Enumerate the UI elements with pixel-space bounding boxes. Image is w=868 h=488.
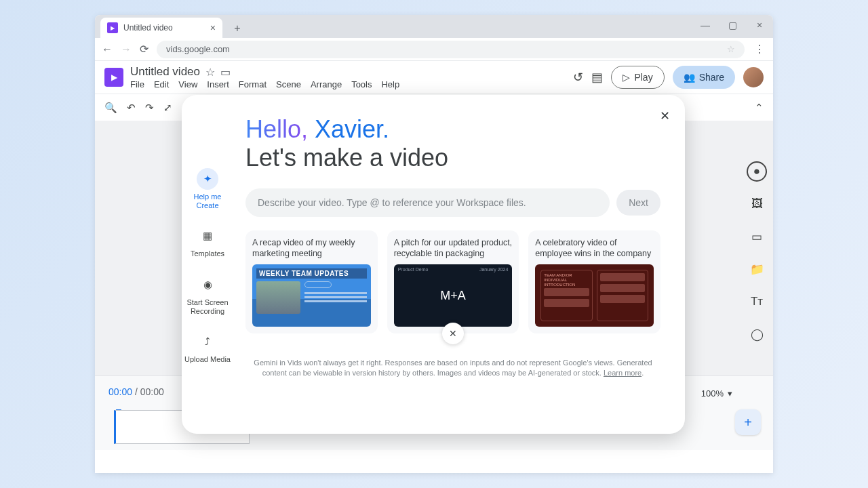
forward-icon[interactable]: → (121, 43, 132, 56)
text-rail-icon[interactable]: Tт (747, 291, 767, 312)
time-current: 00:00 (108, 386, 132, 397)
menu-file[interactable]: File (130, 79, 144, 89)
document-title[interactable]: Untitled video (130, 65, 200, 79)
menu-format[interactable]: Format (239, 79, 267, 89)
menu-scene[interactable]: Scene (276, 79, 301, 89)
greeting-line1: Hello, Xavier. (245, 115, 660, 144)
menu-arrange[interactable]: Arrange (311, 79, 342, 89)
bookmark-star-icon[interactable]: ☆ (727, 44, 735, 54)
url-text: vids.google.com (166, 44, 230, 54)
scene-rail-icon[interactable]: ▭ (747, 226, 767, 247)
nav-label: Upload Media (184, 355, 231, 364)
browser-menu-icon[interactable]: ⋮ (753, 43, 766, 56)
vids-favicon (107, 22, 118, 33)
browser-tab[interactable]: Untitled video × (100, 18, 222, 38)
suggestion-card[interactable]: A recap video of my weekly marketing mee… (245, 230, 378, 333)
close-modal-icon[interactable]: ✕ (660, 108, 670, 123)
upload-icon: ⤴ (197, 331, 218, 352)
app-header: Untitled video ☆ ▭ File Edit View Insert… (95, 61, 773, 94)
search-icon[interactable]: 🔍 (104, 102, 117, 114)
record-icon: ◉ (197, 274, 218, 296)
prompt-input[interactable]: Describe your video. Type @ to reference… (245, 188, 610, 217)
nav-label: Start Screen Recording (182, 298, 233, 316)
card-thumbnail: WEEKLY TEAM UPDATES (252, 264, 371, 327)
learn-more-link[interactable]: Learn more (604, 369, 642, 377)
modal-main: ✕ Hello, Xavier. Let's make a video Desc… (233, 95, 685, 434)
menu-insert[interactable]: Insert (207, 79, 229, 89)
modal-sidebar: ✦ Help me Create ▦ Templates ◉ Start Scr… (182, 95, 233, 434)
card-title: A celebratory video of employee wins in … (535, 237, 654, 260)
prompt-placeholder: Describe your video. Type @ to reference… (258, 197, 526, 208)
nav-upload[interactable]: ⤴ Upload Media (184, 331, 231, 364)
media-rail-icon[interactable]: 🖼 (747, 194, 767, 214)
thumb-header: WEEKLY TEAM UPDATES (256, 268, 367, 279)
close-window-icon[interactable]: × (746, 15, 773, 35)
prompt-row: Describe your video. Type @ to reference… (245, 188, 660, 217)
menu-help[interactable]: Help (381, 79, 399, 89)
share-button[interactable]: 👥 Share (673, 66, 735, 89)
folder-rail-icon[interactable]: 📁 (747, 259, 767, 279)
greeting-line2: Let's make a video (245, 144, 660, 172)
add-scene-button[interactable]: + (735, 409, 761, 435)
time-sep: / (132, 386, 140, 397)
history-icon[interactable]: ↺ (573, 70, 583, 85)
collapse-toolbar-icon[interactable]: ⌃ (755, 102, 764, 114)
tab-title: Untitled video (123, 23, 173, 33)
card-thumbnail: TEAM AND/OR INDIVIDUAL INTRODUCTION (535, 264, 654, 327)
zoom-value: 100% (701, 388, 724, 399)
templates-icon: ▦ (197, 225, 218, 247)
share-label: Share (699, 72, 724, 83)
nav-help-create[interactable]: ✦ Help me Create (182, 168, 233, 210)
disclaimer-text: Gemini in Vids won't always get it right… (254, 359, 652, 377)
minimize-icon[interactable]: — (692, 15, 719, 35)
disclaimer: Gemini in Vids won't always get it right… (245, 358, 660, 379)
maximize-icon[interactable]: ▢ (719, 15, 746, 35)
close-tab-icon[interactable]: × (210, 22, 216, 33)
play-label: Play (634, 72, 652, 83)
new-tab-button[interactable]: + (228, 19, 247, 38)
url-input[interactable]: vids.google.com ☆ (157, 41, 745, 58)
chevron-down-icon: ▾ (728, 388, 732, 399)
right-rail: ● 🖼 ▭ 📁 Tт ◯ (741, 121, 773, 375)
shape-rail-icon[interactable]: ◯ (747, 324, 767, 344)
comment-icon[interactable]: ▤ (591, 70, 603, 85)
star-icon[interactable]: ☆ (205, 66, 215, 79)
zoom-tool-icon[interactable]: ⤢ (163, 102, 172, 114)
reload-icon[interactable]: ⟳ (140, 43, 149, 56)
undo-icon[interactable]: ↶ (127, 102, 136, 114)
next-label: Next (629, 197, 648, 208)
nav-record[interactable]: ◉ Start Screen Recording (182, 274, 233, 316)
menu-tools[interactable]: Tools (351, 79, 372, 89)
menu-bar: File Edit View Insert Format Scene Arran… (130, 79, 399, 89)
play-button[interactable]: ▷ Play (611, 66, 664, 89)
redo-icon[interactable]: ↷ (145, 102, 154, 114)
zoom-indicator[interactable]: 100%▾ (701, 388, 732, 399)
record-rail-icon[interactable]: ● (747, 161, 767, 182)
menu-edit[interactable]: Edit (154, 79, 169, 89)
people-icon: 👥 (684, 72, 695, 83)
time-display: 00:00 / 00:00 (108, 386, 164, 397)
back-icon[interactable]: ← (102, 43, 113, 56)
card-thumbnail: Product Demo January 2024 M+A (394, 264, 513, 327)
nav-templates[interactable]: ▦ Templates (191, 225, 224, 258)
card-title: A pitch for our updated product, recycla… (394, 237, 513, 260)
thumb-corner-left: Product Demo (398, 267, 429, 272)
address-bar: ← → ⟳ vids.google.com ☆ ⋮ (95, 38, 773, 61)
move-folder-icon[interactable]: ▭ (220, 66, 231, 79)
shuffle-button[interactable]: ✕ (442, 323, 464, 344)
play-icon: ▷ (623, 72, 630, 83)
next-button[interactable]: Next (616, 190, 660, 216)
user-avatar[interactable] (743, 67, 764, 87)
thumb-corner-right: January 2024 (479, 267, 508, 272)
menu-view[interactable]: View (178, 79, 197, 89)
suggestion-card[interactable]: A celebratory video of employee wins in … (528, 230, 660, 333)
time-duration: 00:00 (140, 386, 164, 397)
suggestion-cards: A recap video of my weekly marketing mee… (245, 230, 660, 333)
vids-logo-icon[interactable] (104, 68, 123, 87)
sparkle-icon: ✦ (197, 168, 218, 190)
greeting-name: Xavier. (315, 115, 389, 143)
suggestion-card[interactable]: A pitch for our updated product, recycla… (387, 230, 519, 333)
card-title: A recap video of my weekly marketing mee… (252, 237, 371, 260)
nav-label: Templates (191, 249, 224, 258)
greeting-hello: Hello, (245, 115, 315, 143)
